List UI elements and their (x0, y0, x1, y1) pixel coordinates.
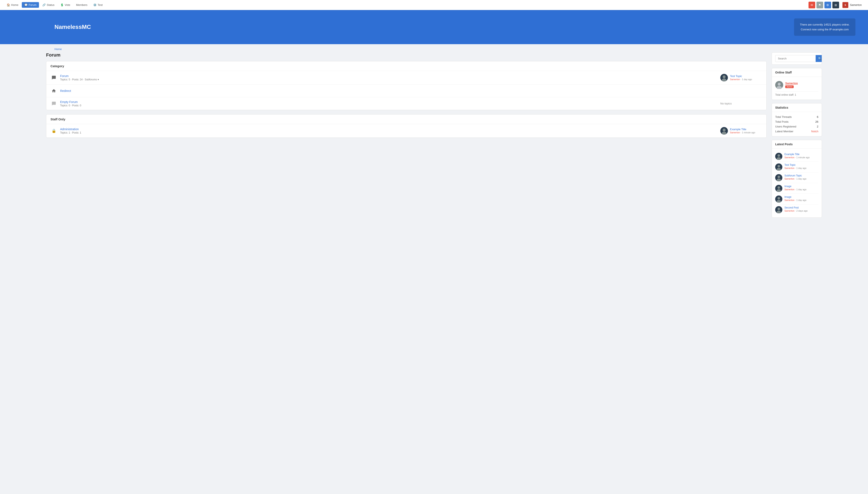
content-area: Forum Category Forum Topics: 5 · Posts: … (46, 52, 767, 221)
nav-status[interactable]: 🔗 Status (40, 2, 57, 8)
no-topics-label: No topics (720, 102, 762, 105)
test-icon: ⚙️ (93, 3, 96, 6)
latest-sub-forum: Samerton · 1 day ago (730, 78, 752, 81)
staff-role-badge: Admin (785, 86, 794, 88)
breadcrumb: Home (0, 44, 868, 52)
post-title-link-0[interactable]: Example Title (784, 153, 810, 156)
staff-info: Samerton Admin (785, 82, 798, 88)
forum-info-admin: Administration Topics: 1 · Posts: 1 (60, 128, 717, 134)
home-icon: 🏠 (7, 3, 10, 6)
empty-forum-name-link[interactable]: Empty Forum (60, 100, 717, 103)
svg-point-13 (777, 165, 780, 168)
post-author-link-2[interactable]: Samerton (784, 177, 794, 180)
navbar: 🏠 Home 💬 Forum 🔗 Status 💲 Vote Members ⚙… (0, 0, 868, 10)
mail-icon: ✉ (811, 3, 813, 7)
post-avatar-2 (775, 174, 782, 181)
username: Samerton (850, 3, 862, 6)
post-title-link-5[interactable]: Second Post (784, 206, 808, 209)
post-avatar-5 (775, 206, 782, 213)
post-avatar-4 (775, 195, 782, 203)
flag-icon: ⚑ (818, 3, 821, 7)
latest-title-link[interactable]: Test Topic (730, 75, 752, 78)
latest-info-admin: Example Title Samerton · 1 minute ago (730, 128, 755, 134)
nav-forum[interactable]: 💬 Forum (22, 2, 39, 8)
latest-author-link[interactable]: Samerton (730, 78, 740, 81)
post-title-link-2[interactable]: Subforum Topic (784, 174, 807, 177)
post-details-2: Subforum Topic Samerton · 1 day ago (784, 174, 807, 180)
admin-latest-author-link[interactable]: Samerton (730, 131, 740, 134)
svg-point-1 (723, 75, 725, 78)
flag-button[interactable]: ⚑ (816, 2, 823, 8)
svg-point-25 (777, 208, 780, 210)
post-sub-0: Samerton · 1 minute ago (784, 156, 810, 159)
post-avatar-0 (775, 153, 782, 160)
settings-button[interactable]: ⚙ (825, 2, 831, 8)
forum-bubble-icon (51, 74, 57, 81)
post-details-5: Second Post Samerton · 2 days ago (784, 206, 808, 212)
post-author-link-3[interactable]: Samerton (784, 188, 794, 191)
search-input[interactable] (775, 55, 816, 62)
latest-info-forum: Test Topic Samerton · 1 day ago (730, 75, 752, 81)
latest-posts-body: Example Title Samerton · 1 minute ago Te… (772, 149, 822, 217)
svg-point-16 (777, 176, 780, 178)
sidebar: 🔍 Online Staff Samerton Admin Total (772, 52, 822, 221)
total-staff-label: Total online staff: 1 (775, 92, 818, 97)
latest-topic-forum: Test Topic Samerton · 1 day ago (720, 74, 762, 81)
breadcrumb-home[interactable]: Home (54, 48, 62, 51)
category-header-2: Staff Only (46, 114, 767, 124)
mail-button[interactable]: ✉ (809, 2, 815, 8)
post-details-4: Image Samerton · 1 day ago (784, 195, 807, 202)
post-author-link-4[interactable]: Samerton (784, 199, 794, 202)
post-avatar-1 (775, 164, 782, 171)
staff-name-link[interactable]: Samerton (785, 82, 798, 85)
post-sub-1: Samerton · 1 day ago (784, 167, 807, 169)
site-title: NamelessMC (54, 24, 91, 30)
svg-point-4 (723, 129, 725, 131)
nav-members[interactable]: Members (74, 2, 90, 8)
admin-button[interactable]: ⊞ (832, 2, 839, 8)
nav-vote[interactable]: 💲 Vote (58, 2, 73, 8)
post-title-link-3[interactable]: Image (784, 185, 807, 188)
forum-row-redirect: Redirect (46, 84, 767, 97)
lock-icon: 🔒 (51, 128, 57, 134)
staff-item-samerton: Samerton Admin (775, 79, 818, 91)
stats-row-threads: Total Threads 6 (775, 114, 818, 119)
redirect-home-icon (51, 88, 57, 94)
empty-forum-meta: Topics: 0 · Posts: 0 (60, 104, 717, 107)
post-author-link-1[interactable]: Samerton (784, 167, 794, 169)
statistics-body: Total Threads 6 Total Posts 26 Users Reg… (772, 112, 822, 136)
server-info-line2: Connect now using the IP example.com (800, 27, 850, 32)
post-author-link-5[interactable]: Samerton (784, 210, 794, 212)
hero-banner: NamelessMC There are currently 14521 pla… (0, 10, 868, 44)
post-author-link-0[interactable]: Samerton (784, 156, 794, 159)
forum-name-link[interactable]: Forum (60, 74, 717, 78)
admin-forum-meta: Topics: 1 · Posts: 1 (60, 131, 717, 134)
nav-home[interactable]: 🏠 Home (4, 2, 21, 8)
online-staff-card: Online Staff Samerton Admin Total online… (772, 68, 822, 100)
search-button[interactable]: 🔍 (816, 55, 822, 62)
post-item-2: Subforum Topic Samerton · 1 day ago (775, 172, 818, 183)
admin-latest-sub: Samerton · 1 minute ago (730, 131, 755, 134)
forum-row-admin: 🔒 Administration Topics: 1 · Posts: 1 Ex… (46, 124, 767, 137)
forum-meta: Topics: 5 · Posts: 24 · Subforums ▾ (60, 78, 717, 81)
latest-member-link[interactable]: Notch (811, 130, 818, 133)
main-layout: Forum Category Forum Topics: 5 · Posts: … (0, 52, 868, 229)
nav-test[interactable]: ⚙️ Test (91, 2, 105, 8)
server-info-box: There are currently 14521 players online… (794, 18, 855, 36)
admin-name-link[interactable]: Administration (60, 128, 717, 131)
search-box: 🔍 (775, 55, 818, 62)
latest-avatar-admin (720, 127, 728, 135)
post-title-link-1[interactable]: Test Topic (784, 164, 807, 166)
online-staff-header: Online Staff (772, 68, 822, 77)
forum-info-redirect: Redirect (60, 89, 762, 93)
post-title-link-4[interactable]: Image (784, 195, 807, 198)
user-menu[interactable]: S Samerton (841, 1, 864, 9)
post-details-3: Image Samerton · 1 day ago (784, 185, 807, 191)
admin-latest-title-link[interactable]: Example Title (730, 128, 755, 131)
post-item-0: Example Title Samerton · 1 minute ago (775, 151, 818, 162)
post-sub-3: Samerton · 1 day ago (784, 188, 807, 191)
search-body: 🔍 (772, 53, 822, 64)
svg-point-22 (777, 197, 780, 200)
stats-row-users: Users Registered 2 (775, 124, 818, 129)
redirect-name-link[interactable]: Redirect (60, 89, 762, 93)
